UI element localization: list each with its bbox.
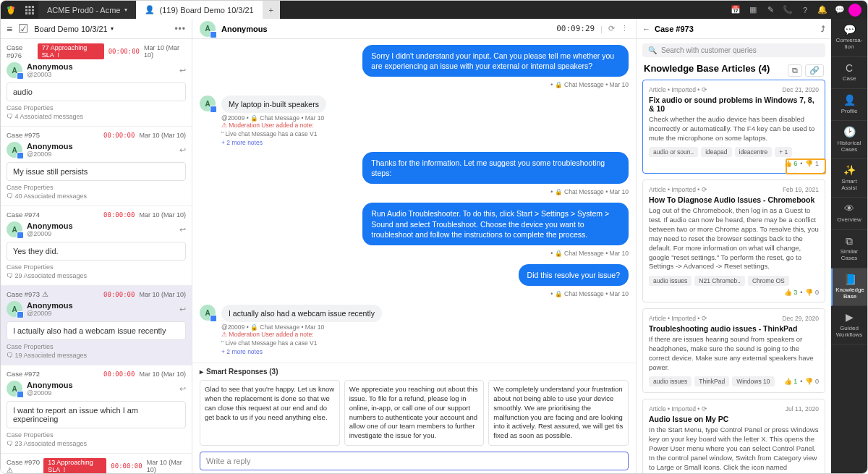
rail-item-historical-cases[interactable]: 🕑HistoricalCases <box>831 121 867 159</box>
menu-icon[interactable]: ≡ <box>7 23 12 35</box>
rail-item-case[interactable]: CCase <box>831 57 867 89</box>
case-properties-link[interactable]: Case Properties <box>7 184 186 191</box>
case-card[interactable]: Case #974 00:00:00 Mar 10 (Mar 10) A Ano… <box>1 206 192 286</box>
kb-votes[interactable]: 👍 3 • 👎 0 <box>784 289 819 296</box>
kb-votes[interactable]: 👍 1 • 👎 0 <box>784 378 819 385</box>
kb-article-title: Fix audio or sound problems in Windows 7… <box>649 96 819 113</box>
kb-tag[interactable]: ThinkPad <box>694 376 729 386</box>
kb-tag[interactable]: N21 Chromeb.. <box>694 276 745 286</box>
moderation-notes[interactable]: ⚠ Moderation User added a note: " Live c… <box>221 331 382 357</box>
kb-article-card[interactable]: Article • Imported • ⟳Dec 21, 2020 Fix a… <box>642 80 825 174</box>
associated-messages-link[interactable]: 🗨 19 Associated messages <box>7 352 186 359</box>
help-icon[interactable]: ? <box>796 1 814 19</box>
case-properties-link[interactable]: Case Properties <box>7 431 186 439</box>
add-tab-button[interactable]: + <box>263 1 280 19</box>
rail-item-profile[interactable]: 👤Profile <box>831 89 867 121</box>
case-last-message: I actually also had a webcam issue recen… <box>7 321 186 340</box>
user-avatar[interactable] <box>848 4 861 17</box>
kb-article-card[interactable]: Article • Imported • ⟳Jul 11, 2020 Audio… <box>642 399 825 473</box>
kb-search-input[interactable]: 🔍 Search with customer queries <box>642 43 825 57</box>
svg-rect-9 <box>29 12 31 14</box>
smart-response-card[interactable]: Glad to see that you're happy. Let us kn… <box>200 380 340 446</box>
board-tab-active[interactable]: 👤 (119) Board Demo 10/3/21 <box>136 1 262 19</box>
reply-icon[interactable]: ↩ <box>179 66 186 75</box>
reply-input[interactable]: Write a reply <box>200 452 629 470</box>
case-id: Case #970 ⚠ <box>7 458 43 473</box>
rail-item-similar-cases[interactable]: ⧉SimilarCases <box>831 230 867 268</box>
calendar-icon[interactable]: 📅 <box>727 1 744 19</box>
case-card[interactable]: Case #973 ⚠ 00:00:00 Mar 10 (Mar 10) A A… <box>1 286 192 365</box>
user-icon: 👤 <box>145 5 155 14</box>
reply-icon[interactable]: ↩ <box>179 145 186 155</box>
smart-response-card[interactable]: We appreciate you reaching out about thi… <box>344 380 485 446</box>
case-properties-link[interactable]: Case Properties <box>7 343 186 350</box>
workspace-tab[interactable]: ACME Prod0 - Acme ▾ <box>38 1 136 19</box>
apps-grid-icon[interactable] <box>21 1 38 19</box>
board-checkbox-icon[interactable]: ☑ <box>18 22 28 35</box>
back-arrow-icon[interactable]: ← <box>642 25 650 33</box>
case-card[interactable]: Case #975 00:00:00 Mar 10 (Mar 10) A Ano… <box>1 127 192 206</box>
case-card[interactable]: Case #972 00:00:00 Mar 10 (Mar 10) A Ano… <box>1 365 192 454</box>
associated-messages-link[interactable]: 🗨 29 Associated messages <box>7 272 186 279</box>
kb-meta: Article • Imported • ⟳ <box>649 405 707 412</box>
board-title[interactable]: Board Demo 10/3/21 ▾ <box>34 25 114 33</box>
kb-tag[interactable]: ideacentre <box>735 147 773 157</box>
rail-item-icon: 📘 <box>834 274 866 285</box>
tab-title: (119) Board Demo 10/3/21 <box>159 6 253 14</box>
rail-item-overview[interactable]: 👁Overview <box>831 198 867 229</box>
conversation-more-menu[interactable]: ⋮ <box>621 24 629 33</box>
kb-article-card[interactable]: Article • Imported • ⟳Feb 19, 2021 How T… <box>642 179 825 302</box>
case-countdown: 00:00:00 <box>103 291 135 298</box>
case-card[interactable]: Case #970 ⚠ 13 Approaching SLA ! 00:00:0… <box>1 454 192 473</box>
board-more-menu[interactable]: ••• <box>174 24 186 34</box>
rail-item-guided-workflows[interactable]: ▶GuidedWorkflows <box>831 306 867 344</box>
svg-rect-2 <box>25 6 27 8</box>
case-properties-link[interactable]: Case Properties <box>7 263 186 271</box>
refresh-icon[interactable]: ⟳ <box>608 24 615 33</box>
chevron-down-icon: ▾ <box>111 25 114 32</box>
brand-logo <box>1 1 21 19</box>
moderation-notes[interactable]: ⚠ Moderation User added a note: " Live c… <box>221 122 326 148</box>
kb-tag[interactable]: audio or soun.. <box>649 147 698 157</box>
sla-badge: 13 Approaching SLA ! <box>43 458 106 473</box>
bell-icon[interactable]: 🔔 <box>814 1 831 19</box>
kb-tag[interactable]: audio issues <box>649 376 692 386</box>
rail-item-conversa-tion[interactable]: 💬Conversa-tion <box>831 19 867 57</box>
phone-icon[interactable]: 📞 <box>779 1 796 19</box>
rail-item-icon: ▶ <box>833 312 866 323</box>
kb-article-card[interactable]: Article • Imported • ⟳Dec 29, 2020 Troub… <box>642 308 825 393</box>
associated-messages-link[interactable]: 🗨 4 Associated messages <box>7 113 186 120</box>
case-id: Case #976 <box>7 43 38 59</box>
chat-bubble-icon[interactable]: 💬 <box>831 1 848 19</box>
associated-messages-link[interactable]: 🗨 40 Associated messages <box>7 192 186 200</box>
rail-item-smart-assist[interactable]: ✨SmartAssist <box>831 159 867 198</box>
smart-responses-header[interactable]: ▸ Smart Responses (3) <box>192 363 636 380</box>
reply-icon[interactable]: ↩ <box>179 305 186 314</box>
copy-icon[interactable]: ⧉ <box>788 64 802 77</box>
link-icon[interactable]: 🔗 <box>805 64 824 77</box>
right-rail: 💬Conversa-tionCCase👤Profile🕑HistoricalCa… <box>831 19 867 473</box>
case-author: Anonymous <box>27 63 73 71</box>
associated-messages-link[interactable]: 🗨 23 Associated messages <box>7 440 186 447</box>
reply-icon[interactable]: ↩ <box>179 225 186 234</box>
edit-icon[interactable]: ✎ <box>762 1 779 19</box>
share-icon[interactable]: ⤴ <box>821 25 825 33</box>
kb-tag[interactable]: + 1 <box>775 147 792 157</box>
reply-icon[interactable]: ↩ <box>179 384 186 394</box>
case-id: Case #974 <box>7 211 40 219</box>
case-author: Anonymous <box>27 143 73 151</box>
rail-item-knowledge-base[interactable]: 📘KnowledgeBase <box>831 268 867 307</box>
case-avatar: A <box>7 62 22 78</box>
grid-icon[interactable]: ▦ <box>744 1 762 19</box>
kb-tag[interactable]: Chrome OS <box>748 276 789 286</box>
smart-response-card[interactable]: We completely understand your frustratio… <box>488 380 629 446</box>
rail-item-icon: ⧉ <box>833 236 866 247</box>
kb-votes[interactable]: 👍 6 • 👎 1 <box>784 160 819 167</box>
kb-article-title: Audio Issue on My PC <box>649 415 819 423</box>
case-properties-link[interactable]: Case Properties <box>7 104 186 111</box>
sla-badge: 77 Approaching SLA ! <box>38 43 104 59</box>
kb-tag[interactable]: audio issues <box>649 276 692 286</box>
kb-tag[interactable]: Windows 10 <box>732 376 774 386</box>
kb-tag[interactable]: ideapad <box>701 147 731 157</box>
case-card[interactable]: Case #976 77 Approaching SLA ! 00:00:00 … <box>1 39 192 127</box>
